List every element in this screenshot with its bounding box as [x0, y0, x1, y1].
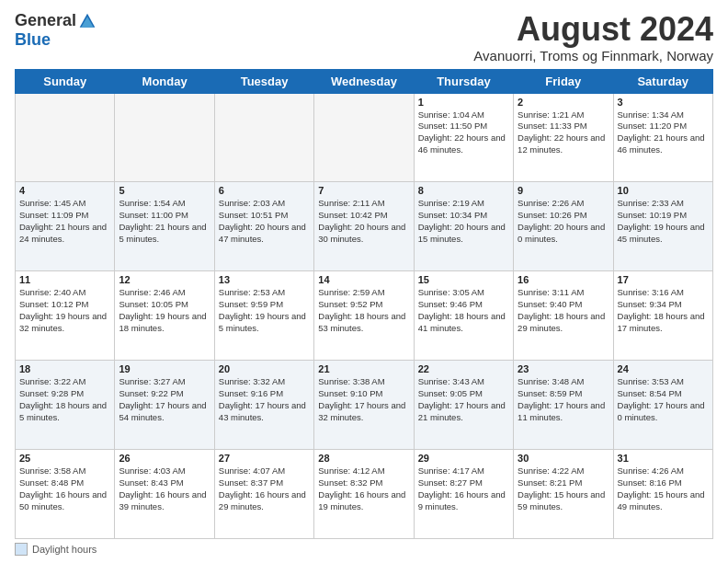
- day-info: Sunrise: 1:45 AM Sunset: 11:09 PM Daylig…: [19, 198, 110, 245]
- calendar-cell: 3Sunrise: 1:34 AM Sunset: 11:20 PM Dayli…: [613, 93, 712, 182]
- calendar-cell: 6Sunrise: 2:03 AM Sunset: 10:51 PM Dayli…: [214, 182, 313, 271]
- day-number: 21: [318, 363, 409, 374]
- day-info: Sunrise: 3:38 AM Sunset: 9:10 PM Dayligh…: [318, 376, 409, 423]
- day-number: 4: [19, 185, 110, 196]
- calendar-cell: 31Sunrise: 4:26 AM Sunset: 8:16 PM Dayli…: [613, 450, 712, 539]
- header: General Blue August 2024 Avanuorri, Trom…: [15, 11, 713, 63]
- day-number: 16: [518, 274, 609, 285]
- day-info: Sunrise: 1:54 AM Sunset: 11:00 PM Daylig…: [119, 198, 210, 245]
- calendar-cell: [115, 93, 214, 182]
- day-number: 25: [19, 453, 110, 464]
- day-info: Sunrise: 2:33 AM Sunset: 10:19 PM Daylig…: [618, 198, 709, 245]
- calendar-header-row: Sunday Monday Tuesday Wednesday Thursday…: [16, 69, 713, 93]
- day-number: 27: [219, 453, 310, 464]
- day-number: 10: [618, 185, 709, 196]
- day-info: Sunrise: 2:53 AM Sunset: 9:59 PM Dayligh…: [219, 287, 310, 334]
- day-info: Sunrise: 2:40 AM Sunset: 10:12 PM Daylig…: [19, 287, 110, 334]
- day-number: 14: [318, 274, 409, 285]
- calendar-week-row-5: 25Sunrise: 3:58 AM Sunset: 8:48 PM Dayli…: [16, 450, 713, 539]
- day-info: Sunrise: 2:19 AM Sunset: 10:34 PM Daylig…: [418, 198, 509, 245]
- day-info: Sunrise: 1:04 AM Sunset: 11:50 PM Daylig…: [418, 109, 509, 156]
- day-number: 3: [618, 97, 709, 108]
- day-number: 30: [518, 453, 609, 464]
- day-number: 13: [219, 274, 310, 285]
- day-number: 6: [219, 185, 310, 196]
- day-number: 7: [318, 185, 409, 196]
- day-number: 24: [618, 363, 709, 374]
- day-info: Sunrise: 3:16 AM Sunset: 9:34 PM Dayligh…: [618, 287, 709, 334]
- calendar-cell: 13Sunrise: 2:53 AM Sunset: 9:59 PM Dayli…: [214, 271, 313, 361]
- daylight-legend-box: [15, 543, 28, 556]
- day-info: Sunrise: 3:22 AM Sunset: 9:28 PM Dayligh…: [19, 376, 110, 423]
- day-info: Sunrise: 1:34 AM Sunset: 11:20 PM Daylig…: [618, 109, 709, 156]
- day-number: 28: [318, 453, 409, 464]
- day-info: Sunrise: 4:26 AM Sunset: 8:16 PM Dayligh…: [618, 465, 709, 512]
- day-info: Sunrise: 3:48 AM Sunset: 8:59 PM Dayligh…: [518, 376, 609, 423]
- calendar-week-row-2: 4Sunrise: 1:45 AM Sunset: 11:09 PM Dayli…: [16, 182, 713, 271]
- calendar-cell: 21Sunrise: 3:38 AM Sunset: 9:10 PM Dayli…: [314, 361, 414, 450]
- location-title: Avanuorri, Troms og Finnmark, Norway: [473, 48, 713, 63]
- day-number: 26: [119, 453, 210, 464]
- day-number: 15: [418, 274, 509, 285]
- calendar-cell: 10Sunrise: 2:33 AM Sunset: 10:19 PM Dayl…: [613, 182, 712, 271]
- day-number: 9: [518, 185, 609, 196]
- day-info: Sunrise: 2:11 AM Sunset: 10:42 PM Daylig…: [318, 198, 409, 245]
- day-info: Sunrise: 2:46 AM Sunset: 10:05 PM Daylig…: [119, 287, 210, 334]
- calendar-cell: [214, 93, 313, 182]
- calendar-table: Sunday Monday Tuesday Wednesday Thursday…: [15, 69, 713, 539]
- calendar-cell: [16, 93, 115, 182]
- calendar-cell: 27Sunrise: 4:07 AM Sunset: 8:37 PM Dayli…: [214, 450, 313, 539]
- day-info: Sunrise: 3:43 AM Sunset: 9:05 PM Dayligh…: [418, 376, 509, 423]
- calendar-cell: 19Sunrise: 3:27 AM Sunset: 9:22 PM Dayli…: [115, 361, 214, 450]
- calendar-cell: 7Sunrise: 2:11 AM Sunset: 10:42 PM Dayli…: [314, 182, 414, 271]
- day-number: 29: [418, 453, 509, 464]
- day-info: Sunrise: 1:21 AM Sunset: 11:33 PM Daylig…: [518, 109, 609, 156]
- header-wednesday: Wednesday: [314, 69, 414, 93]
- calendar-cell: 29Sunrise: 4:17 AM Sunset: 8:27 PM Dayli…: [414, 450, 513, 539]
- calendar-cell: 14Sunrise: 2:59 AM Sunset: 9:52 PM Dayli…: [314, 271, 414, 361]
- calendar-cell: 15Sunrise: 3:05 AM Sunset: 9:46 PM Dayli…: [414, 271, 513, 361]
- day-number: 2: [518, 97, 609, 108]
- daylight-legend-label: Daylight hours: [32, 544, 97, 555]
- calendar-cell: 8Sunrise: 2:19 AM Sunset: 10:34 PM Dayli…: [414, 182, 513, 271]
- header-saturday: Saturday: [613, 69, 712, 93]
- calendar-cell: 24Sunrise: 3:53 AM Sunset: 8:54 PM Dayli…: [613, 361, 712, 450]
- calendar-week-row-3: 11Sunrise: 2:40 AM Sunset: 10:12 PM Dayl…: [16, 271, 713, 361]
- footer: Daylight hours: [15, 543, 713, 556]
- day-info: Sunrise: 3:32 AM Sunset: 9:16 PM Dayligh…: [219, 376, 310, 423]
- day-info: Sunrise: 4:03 AM Sunset: 8:43 PM Dayligh…: [119, 465, 210, 512]
- day-info: Sunrise: 4:22 AM Sunset: 8:21 PM Dayligh…: [518, 465, 609, 512]
- header-monday: Monday: [115, 69, 214, 93]
- logo: General Blue: [15, 11, 97, 50]
- day-number: 23: [518, 363, 609, 374]
- logo-blue-text: Blue: [15, 30, 51, 50]
- calendar-cell: 25Sunrise: 3:58 AM Sunset: 8:48 PM Dayli…: [16, 450, 115, 539]
- day-number: 31: [618, 453, 709, 464]
- calendar-cell: 22Sunrise: 3:43 AM Sunset: 9:05 PM Dayli…: [414, 361, 513, 450]
- calendar-cell: 16Sunrise: 3:11 AM Sunset: 9:40 PM Dayli…: [514, 271, 613, 361]
- calendar-cell: 12Sunrise: 2:46 AM Sunset: 10:05 PM Dayl…: [115, 271, 214, 361]
- day-number: 8: [418, 185, 509, 196]
- day-number: 11: [19, 274, 110, 285]
- calendar-cell: 1Sunrise: 1:04 AM Sunset: 11:50 PM Dayli…: [414, 93, 513, 182]
- day-number: 19: [119, 363, 210, 374]
- day-info: Sunrise: 3:27 AM Sunset: 9:22 PM Dayligh…: [119, 376, 210, 423]
- day-info: Sunrise: 4:12 AM Sunset: 8:32 PM Dayligh…: [318, 465, 409, 512]
- day-number: 22: [418, 363, 509, 374]
- logo-icon: [78, 12, 97, 30]
- calendar-cell: 17Sunrise: 3:16 AM Sunset: 9:34 PM Dayli…: [613, 271, 712, 361]
- calendar-cell: 26Sunrise: 4:03 AM Sunset: 8:43 PM Dayli…: [115, 450, 214, 539]
- day-number: 5: [119, 185, 210, 196]
- day-info: Sunrise: 2:26 AM Sunset: 10:26 PM Daylig…: [518, 198, 609, 245]
- calendar-cell: 5Sunrise: 1:54 AM Sunset: 11:00 PM Dayli…: [115, 182, 214, 271]
- day-info: Sunrise: 3:53 AM Sunset: 8:54 PM Dayligh…: [618, 376, 709, 423]
- calendar-cell: 23Sunrise: 3:48 AM Sunset: 8:59 PM Dayli…: [514, 361, 613, 450]
- calendar-cell: 20Sunrise: 3:32 AM Sunset: 9:16 PM Dayli…: [214, 361, 313, 450]
- day-info: Sunrise: 4:17 AM Sunset: 8:27 PM Dayligh…: [418, 465, 509, 512]
- header-sunday: Sunday: [16, 69, 115, 93]
- day-number: 12: [119, 274, 210, 285]
- day-number: 20: [219, 363, 310, 374]
- calendar-week-row-4: 18Sunrise: 3:22 AM Sunset: 9:28 PM Dayli…: [16, 361, 713, 450]
- calendar-cell: 9Sunrise: 2:26 AM Sunset: 10:26 PM Dayli…: [514, 182, 613, 271]
- title-section: August 2024 Avanuorri, Troms og Finnmark…: [473, 11, 713, 63]
